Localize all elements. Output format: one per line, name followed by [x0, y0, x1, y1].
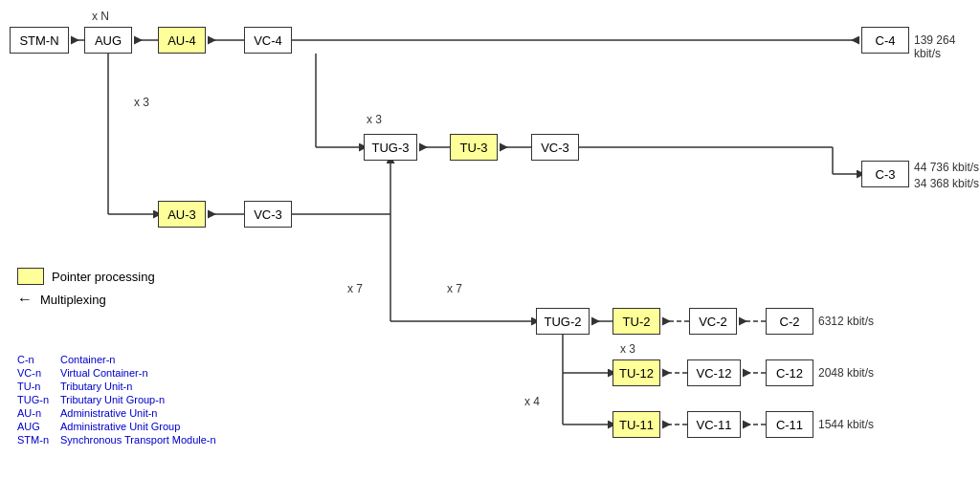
vc4-box: VC-4: [244, 27, 292, 54]
aug-label: AUG: [95, 33, 122, 48]
rate-c11: 1544 kbit/s: [818, 418, 874, 431]
abbrev-stmn: STM-n Synchronous Transport Module-n: [17, 434, 216, 446]
stm-n-label: STM-N: [19, 33, 58, 48]
tu12-box: TU-12: [612, 359, 660, 386]
abbrev-tugn: TUG-n Tributary Unit Group-n: [17, 394, 216, 405]
tu2-label: TU-2: [623, 315, 651, 329]
mult-x3-tug3: x 3: [367, 113, 382, 126]
abbrev-key-cn: C-n: [17, 354, 60, 365]
vc11-box: VC-11: [687, 411, 741, 438]
tu11-box: TU-11: [612, 411, 660, 438]
tug3-label: TUG-3: [372, 141, 410, 155]
mult-x7-left: x 7: [347, 282, 363, 295]
abbrev-val-vcn: Virtual Container-n: [60, 367, 148, 379]
tu3-label: TU-3: [460, 141, 488, 155]
legend-yellow-box: [17, 268, 44, 285]
tu3-box: TU-3: [450, 134, 498, 161]
legend: Pointer processing ← Multiplexing: [17, 268, 155, 314]
abbrev-key-aun: AU-n: [17, 407, 60, 419]
vc12-box: VC-12: [687, 359, 741, 386]
mult-xn: x N: [92, 10, 109, 23]
aug-box: AUG: [84, 27, 132, 54]
stm-n-box: STM-N: [10, 27, 69, 54]
mult-x3-aug: x 3: [134, 96, 149, 109]
abbrev-val-aug: Administrative Unit Group: [60, 421, 180, 432]
c11-box: C-11: [766, 411, 813, 438]
abbrev-key-tugn: TUG-n: [17, 394, 60, 405]
rate-c3-bot: 34 368 kbit/s: [914, 177, 979, 190]
rate-c2: 6312 kbit/s: [818, 315, 874, 328]
c2-label: C-2: [780, 315, 800, 329]
tug2-box: TUG-2: [536, 308, 590, 335]
tu11-label: TU-11: [619, 418, 654, 432]
vc3-top-box: VC-3: [531, 134, 579, 161]
tug2-label: TUG-2: [545, 315, 582, 329]
c3-box: C-3: [861, 161, 909, 187]
abbrev-key-vcn: VC-n: [17, 367, 60, 379]
tug3-box: TUG-3: [364, 134, 417, 161]
abbrev-key-stmn: STM-n: [17, 434, 60, 446]
mult-x7-right: x 7: [447, 282, 462, 295]
vc4-label: VC-4: [254, 33, 282, 48]
c4-label: C-4: [876, 33, 896, 48]
vc3-bot-label: VC-3: [254, 207, 282, 222]
c11-label: C-11: [776, 418, 803, 432]
c2-box: C-2: [766, 308, 813, 335]
legend-pointer-label: Pointer processing: [52, 270, 155, 284]
abbrev-vcn: VC-n Virtual Container-n: [17, 367, 216, 379]
vc3-bot-box: VC-3: [244, 201, 292, 228]
c12-label: C-12: [776, 366, 803, 381]
vc2-label: VC-2: [699, 315, 727, 329]
c12-box: C-12: [766, 359, 813, 386]
c3-label: C-3: [876, 167, 896, 182]
c4-box: C-4: [861, 27, 909, 54]
vc3-top-label: VC-3: [541, 141, 569, 155]
abbrev-key-tun: TU-n: [17, 381, 60, 392]
mult-x3-tu12: x 3: [620, 342, 635, 356]
abbrev-aug: AUG Administrative Unit Group: [17, 421, 216, 432]
rate-c12: 2048 kbit/s: [818, 366, 874, 380]
legend-multiplex: ← Multiplexing: [17, 291, 155, 308]
arrow-icon: ←: [17, 291, 33, 308]
legend-multiplex-label: Multiplexing: [40, 293, 106, 307]
tu2-box: TU-2: [612, 308, 660, 335]
abbrev-val-tun: Tributary Unit-n: [60, 381, 132, 392]
abbrev-cn: C-n Container-n: [17, 354, 216, 365]
vc11-label: VC-11: [697, 418, 732, 432]
tu12-label: TU-12: [619, 366, 654, 381]
rate-c3-top: 44 736 kbit/s: [914, 161, 979, 174]
abbrev-aun: AU-n Administrative Unit-n: [17, 407, 216, 419]
au4-box: AU-4: [158, 27, 206, 54]
abbrev-key-aug: AUG: [17, 421, 60, 432]
abbrev-val-stmn: Synchronous Transport Module-n: [60, 434, 216, 446]
vc2-box: VC-2: [689, 308, 737, 335]
abbrev-val-aun: Administrative Unit-n: [60, 407, 157, 419]
au4-label: AU-4: [167, 33, 196, 48]
abbrev-val-tugn: Tributary Unit Group-n: [60, 394, 165, 405]
abbreviation-list: C-n Container-n VC-n Virtual Container-n…: [17, 354, 216, 447]
rate-c4: 139 264 kbit/s: [914, 33, 980, 60]
legend-pointer: Pointer processing: [17, 268, 155, 285]
au3-label: AU-3: [167, 207, 196, 222]
diagram-container: STM-N AUG AU-4 VC-4 C-4 TUG-3 TU-3 VC-3 …: [0, 0, 980, 479]
au3-box: AU-3: [158, 201, 206, 228]
vc12-label: VC-12: [697, 366, 732, 381]
mult-x4-tu11: x 4: [524, 395, 540, 408]
abbrev-tun: TU-n Tributary Unit-n: [17, 381, 216, 392]
abbrev-val-cn: Container-n: [60, 354, 115, 365]
